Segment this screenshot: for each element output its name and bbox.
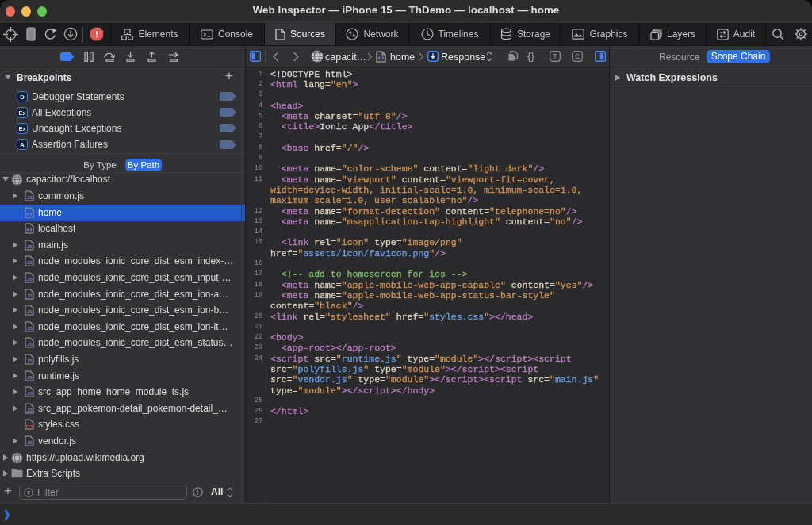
svg-text:JS: JS (27, 375, 33, 380)
svg-text:css: css (26, 424, 33, 429)
svg-text:JS: JS (27, 293, 33, 298)
svg-text:JS: JS (27, 309, 33, 314)
svg-text:JS: JS (27, 358, 33, 363)
svg-text:!: ! (197, 489, 198, 496)
svg-text:T: T (553, 52, 557, 60)
svg-text:JS: JS (27, 391, 33, 396)
svg-text:JS: JS (27, 343, 33, 347)
svg-text:JS: JS (27, 277, 33, 282)
svg-text:JS: JS (27, 440, 33, 445)
svg-text:!: ! (95, 29, 98, 39)
svg-text:JS: JS (27, 244, 33, 249)
svg-text:JS: JS (27, 261, 33, 266)
svg-text:JS: JS (27, 195, 33, 200)
svg-text:C: C (574, 52, 579, 60)
svg-text:JS: JS (27, 326, 33, 331)
svg-text:JS: JS (27, 408, 33, 412)
